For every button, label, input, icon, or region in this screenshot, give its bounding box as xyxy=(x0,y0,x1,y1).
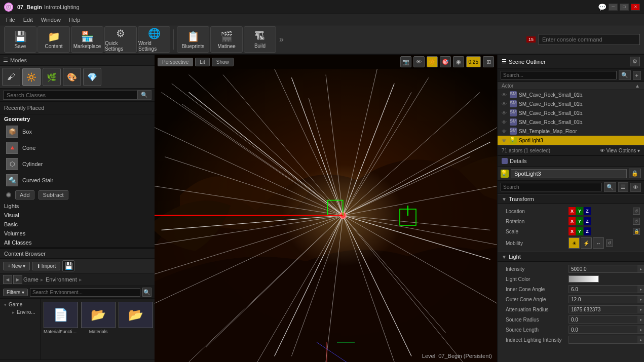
geo-cylinder-item[interactable]: ⬡ Cylinder xyxy=(0,156,155,172)
mobility-static-button[interactable]: ☀ xyxy=(569,237,580,249)
source-radius-input[interactable] xyxy=(569,315,637,324)
scale-x-button[interactable]: X xyxy=(569,227,576,235)
mobility-stationary-button[interactable]: ⚡ xyxy=(581,237,592,249)
outliner-search-input[interactable] xyxy=(501,71,617,79)
menu-file[interactable]: File xyxy=(2,16,19,24)
source-length-input[interactable] xyxy=(569,326,637,334)
outliner-row[interactable]: 👁 SM SM_Cave_Rock_Small_01b. xyxy=(498,117,644,127)
rotation-x-button[interactable]: X xyxy=(569,217,576,225)
asset-materials[interactable]: 📂 Materials xyxy=(81,302,116,356)
import-button[interactable]: ⬆ Import xyxy=(32,262,60,270)
details-eye-button[interactable]: 👁 xyxy=(630,183,641,192)
menu-help[interactable]: Help xyxy=(65,16,85,24)
light-color-swatch[interactable] xyxy=(569,275,599,283)
category-geometry[interactable]: Geometry xyxy=(0,114,155,124)
nav-back-button[interactable]: ◄ xyxy=(3,275,12,284)
new-button[interactable]: + New ▾ xyxy=(3,262,30,270)
category-all-classes[interactable]: All Classes xyxy=(0,238,155,247)
search-classes-button[interactable]: 🔍 xyxy=(137,90,151,100)
outliner-settings-button[interactable]: ⚙ xyxy=(630,57,640,66)
add-radio[interactable] xyxy=(6,192,11,197)
toolbar-more-button[interactable]: » xyxy=(277,33,286,46)
tree-game[interactable]: ▾ Game xyxy=(2,301,38,308)
nav-forward-button[interactable]: ► xyxy=(13,275,22,284)
vp-fullscreen[interactable]: ⊞ xyxy=(483,56,494,67)
attenuation-radius-input[interactable] xyxy=(569,305,637,313)
transform-section-header[interactable]: ▼ Transform xyxy=(498,194,644,204)
visibility-icon-2[interactable]: 👁 xyxy=(501,100,508,107)
rotation-y-button[interactable]: Y xyxy=(576,217,583,225)
geo-curved-stair-item[interactable]: 🔩 Curved Stair xyxy=(0,172,155,188)
notification-icon[interactable]: 💬 xyxy=(598,3,607,11)
mode-geometry-button[interactable]: 💎 xyxy=(83,68,101,86)
outer-cone-arrow-button[interactable]: ▸ xyxy=(637,295,644,303)
mode-place-button[interactable]: 🖌 xyxy=(2,68,20,86)
intensity-input[interactable] xyxy=(569,265,637,273)
scale-z-button[interactable]: Z xyxy=(584,227,591,235)
save-button[interactable]: 💾 Save xyxy=(4,26,36,53)
inner-cone-arrow-button[interactable]: ▸ xyxy=(637,285,644,293)
menu-edit[interactable]: Edit xyxy=(19,16,37,24)
quick-settings-button[interactable]: ⚙ Quick Settings xyxy=(104,26,137,53)
cb-search-input[interactable] xyxy=(30,288,140,297)
world-settings-button[interactable]: 🌐 World Settings xyxy=(138,26,170,53)
minimize-button[interactable]: ─ xyxy=(609,4,618,11)
source-radius-arrow-button[interactable]: ▸ xyxy=(637,315,644,324)
inner-cone-input[interactable] xyxy=(569,285,637,293)
visibility-icon-6[interactable]: 👁 xyxy=(501,137,508,144)
vp-icon-4[interactable]: 🎯 xyxy=(440,56,451,67)
vp-icon-2[interactable]: 👁 xyxy=(413,56,425,67)
save-all-button[interactable]: 💾 xyxy=(62,260,74,271)
menu-window[interactable]: Window xyxy=(37,16,65,24)
outer-cone-input[interactable] xyxy=(569,295,637,303)
outliner-view-options-button[interactable]: 👁 View Options ▾ xyxy=(600,148,640,153)
lit-button[interactable]: Lit xyxy=(195,58,210,66)
rotation-z-button[interactable]: Z xyxy=(584,217,591,225)
console-input[interactable] xyxy=(542,36,623,43)
mode-foliage-button[interactable]: 🌿 xyxy=(43,68,61,86)
vp-icon-1[interactable]: 📷 xyxy=(400,56,411,67)
visibility-icon-4[interactable]: 👁 xyxy=(501,118,508,126)
subtract-button[interactable]: Subtract xyxy=(39,190,68,199)
mobility-reset-button[interactable]: ↺ xyxy=(606,239,613,247)
cb-search-button[interactable]: 🔍 xyxy=(142,288,151,297)
asset-material-functions[interactable]: 📄 MaterialFunctions xyxy=(44,302,78,356)
outliner-row[interactable]: 👁 SM SM_Cave_Rock_Small_01b. xyxy=(498,108,644,117)
visibility-icon-1[interactable]: 👁 xyxy=(501,91,508,98)
outliner-row-selected[interactable]: 👁 💡 SpotLight3 xyxy=(498,136,644,145)
mobility-movable-button[interactable]: ↔ xyxy=(593,237,604,249)
location-x-button[interactable]: X xyxy=(569,207,576,215)
mode-paint-button[interactable]: 🎨 xyxy=(63,68,81,86)
visibility-icon-3[interactable]: 👁 xyxy=(501,109,508,116)
source-length-arrow-button[interactable]: ▸ xyxy=(637,326,644,334)
details-list-view-button[interactable]: ☰ xyxy=(618,182,628,192)
blueprints-button[interactable]: 📋 Blueprints xyxy=(177,26,209,53)
close-button[interactable]: ✕ xyxy=(631,4,640,11)
search-classes-input[interactable] xyxy=(3,91,137,100)
breadcrumb-environment[interactable]: Environment xyxy=(46,276,77,283)
actor-name-field[interactable] xyxy=(511,169,627,178)
show-button[interactable]: Show xyxy=(212,58,234,66)
geo-box-item[interactable]: 📦 Box xyxy=(0,124,155,140)
indirect-lighting-arrow-button[interactable]: ▸ xyxy=(637,336,644,344)
light-section-header[interactable]: ▼ Light xyxy=(498,252,644,262)
mode-light-button[interactable]: 🔆 xyxy=(22,68,41,86)
filters-button[interactable]: Filters ▾ xyxy=(3,289,28,296)
details-search-icon-button[interactable]: 🔍 xyxy=(604,182,616,192)
rotation-reset-button[interactable]: ↺ xyxy=(633,218,640,225)
outliner-row[interactable]: 👁 SM SM_Cave_Rock_Small_01b. xyxy=(498,90,644,99)
intensity-arrow-button[interactable]: ▸ xyxy=(637,265,644,273)
breadcrumb-game[interactable]: Game xyxy=(23,276,39,283)
outliner-row[interactable]: 👁 SM SM_Cave_Rock_Small_01b. xyxy=(498,99,644,108)
vp-icon-3[interactable]: 🔆 xyxy=(427,56,438,67)
attenuation-radius-arrow-button[interactable]: ▸ xyxy=(637,305,644,313)
outliner-row[interactable]: 👁 SM SM_Template_Map_Floor xyxy=(498,127,644,136)
actor-lock-button[interactable]: 🔒 xyxy=(629,169,641,178)
location-z-button[interactable]: Z xyxy=(584,207,591,215)
modes-bar[interactable]: ☰ Modes xyxy=(0,55,155,66)
location-reset-button[interactable]: ↺ xyxy=(633,208,640,215)
asset-folder3[interactable]: 📂 xyxy=(119,302,153,356)
category-basic[interactable]: Basic xyxy=(0,220,155,229)
category-visual[interactable]: Visual xyxy=(0,211,155,220)
maximize-button[interactable]: □ xyxy=(620,4,629,11)
